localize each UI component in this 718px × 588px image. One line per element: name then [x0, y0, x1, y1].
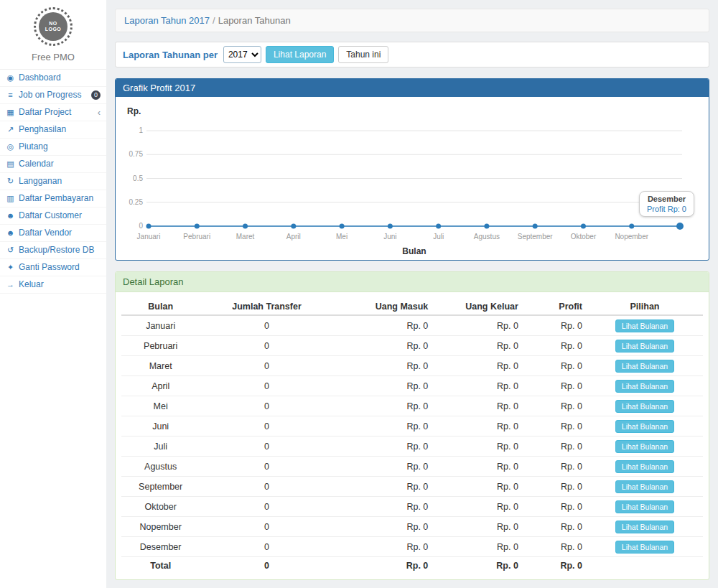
y-axis-title: Rp.: [127, 106, 141, 116]
sidebar-item-label: Keluar: [19, 280, 44, 289]
view-monthly-button[interactable]: Lihat Bulanan: [615, 360, 674, 373]
cell-profit: Rp. 0: [523, 477, 587, 497]
x-tick-label: Pebruari: [183, 233, 210, 241]
sidebar-item-piutang[interactable]: ◎Piutang: [0, 139, 106, 156]
view-monthly-button[interactable]: Lihat Bulanan: [615, 500, 674, 513]
data-point-juni[interactable]: [388, 224, 393, 229]
cell-uang_masuk: Rp. 0: [334, 376, 433, 396]
sidebar-item-backup-restore-db[interactable]: ↺Backup/Restore DB: [0, 242, 106, 259]
breadcrumb-current: Laporan Tahunan: [218, 15, 291, 26]
sidebar-item-daftar-pembayaran[interactable]: ▥Daftar Pembayaran: [0, 190, 106, 207]
report-filter-panel: Laporan Tahunan per 2017 Lihat Laporan T…: [115, 42, 709, 67]
view-report-button[interactable]: Lihat Laporan: [266, 46, 334, 63]
breadcrumb-separator: /: [213, 15, 215, 26]
total-cell: Total: [121, 557, 200, 574]
table-icon: ▦: [6, 108, 15, 117]
cell-jumlah_transfer: 0: [200, 437, 333, 457]
cell-uang_masuk: Rp. 0: [334, 537, 433, 557]
view-monthly-button[interactable]: Lihat Bulanan: [615, 460, 674, 473]
data-point-oktober[interactable]: [581, 224, 586, 229]
sidebar-item-daftar-vendor[interactable]: ☻Daftar Vendor: [0, 225, 106, 242]
tasks-icon: ≡: [6, 90, 15, 100]
cell-bulan: Desember: [121, 537, 200, 557]
view-monthly-button[interactable]: Lihat Bulanan: [615, 340, 674, 353]
sidebar-item-label: Ganti Password: [19, 263, 80, 272]
view-monthly-button[interactable]: Lihat Bulanan: [615, 420, 674, 433]
sidebar-item-dashboard[interactable]: ◉Dashboard: [0, 70, 106, 87]
logo-text-line1: NO: [49, 21, 57, 27]
sidebar-item-job-on-progress[interactable]: ≡Job on Progress0: [0, 87, 106, 104]
cell-uang_masuk: Rp. 0: [334, 497, 433, 517]
sidebar-item-label: Backup/Restore DB: [19, 246, 94, 255]
year-select[interactable]: 2017: [223, 46, 261, 63]
sidebar-item-keluar[interactable]: →Keluar: [0, 276, 106, 294]
cell-bulan: Maret: [121, 356, 200, 376]
chart-icon: ↗: [6, 125, 15, 134]
count-badge: 0: [91, 90, 101, 100]
data-point-juli[interactable]: [436, 224, 441, 229]
view-monthly-button[interactable]: Lihat Bulanan: [615, 480, 674, 493]
table-row: Pebruari0Rp. 0Rp. 0Rp. 0Lihat Bulanan: [121, 336, 703, 356]
cell-uang_masuk: Rp. 0: [334, 356, 433, 376]
sidebar: NO LOGO Free PMO ◉Dashboard≡Job on Progr…: [0, 0, 106, 588]
this-year-button[interactable]: Tahun ini: [338, 46, 388, 63]
cell-uang_keluar: Rp. 0: [432, 315, 523, 336]
cell-bulan: Agustus: [121, 457, 200, 477]
view-monthly-button[interactable]: Lihat Bulanan: [615, 400, 674, 413]
brand-block: NO LOGO Free PMO: [0, 0, 106, 70]
sidebar-item-daftar-project[interactable]: ▦Daftar Project‹: [0, 104, 106, 121]
vendors-icon: ☻: [6, 228, 15, 238]
detail-table-head-row: BulanJumlah TransferUang MasukUang Kelua…: [121, 298, 703, 315]
view-monthly-button[interactable]: Lihat Bulanan: [615, 380, 674, 393]
brand-name: Free PMO: [0, 52, 106, 62]
x-tick-label: Maret: [236, 233, 255, 241]
detail-panel-body: BulanJumlah TransferUang MasukUang Kelua…: [116, 292, 709, 579]
x-tick-label: Juli: [433, 233, 444, 241]
chevron-left-icon: ‹: [98, 108, 101, 117]
cell-profit: Rp. 0: [523, 437, 587, 457]
detail-report-panel: Detail Laporan BulanJumlah TransferUang …: [115, 271, 709, 580]
payments-icon: ▥: [6, 194, 15, 203]
data-point-desember[interactable]: [676, 223, 684, 230]
detail-panel-title: Detail Laporan: [116, 272, 709, 292]
view-monthly-button[interactable]: Lihat Bulanan: [615, 521, 674, 533]
column-header: Bulan: [121, 298, 200, 315]
cell-uang_keluar: Rp. 0: [432, 416, 523, 437]
data-point-september[interactable]: [533, 224, 538, 229]
backup-icon: ↺: [6, 246, 15, 255]
cell-uang_keluar: Rp. 0: [432, 336, 523, 356]
total-cell: Rp. 0: [523, 557, 587, 574]
view-monthly-button[interactable]: Lihat Bulanan: [615, 541, 674, 554]
cell-action: Lihat Bulanan: [587, 315, 703, 336]
data-point-april[interactable]: [291, 224, 296, 229]
data-point-nopember[interactable]: [629, 224, 634, 229]
cell-uang_keluar: Rp. 0: [432, 437, 523, 457]
sidebar-item-calendar[interactable]: ▤Calendar: [0, 156, 106, 173]
data-point-mei[interactable]: [340, 224, 345, 229]
view-monthly-button[interactable]: Lihat Bulanan: [615, 440, 674, 453]
tooltip-value: Profit Rp: 0: [647, 205, 686, 213]
detail-table-body: Januari0Rp. 0Rp. 0Rp. 0Lihat BulananPebr…: [121, 315, 703, 574]
sidebar-item-label: Daftar Project: [19, 108, 71, 117]
cell-bulan: Januari: [121, 315, 200, 336]
sidebar-item-penghasilan[interactable]: ↗Penghasilan: [0, 121, 106, 139]
table-row: Nopember0Rp. 0Rp. 0Rp. 0Lihat Bulanan: [121, 517, 703, 537]
cell-profit: Rp. 0: [523, 457, 587, 477]
total-cell: [587, 557, 703, 574]
x-tick-label: Agustus: [474, 233, 500, 241]
data-point-januari[interactable]: [146, 224, 151, 229]
data-point-agustus[interactable]: [484, 224, 489, 229]
sidebar-item-daftar-customer[interactable]: ☻Daftar Customer: [0, 207, 106, 225]
column-header: Profit: [523, 298, 587, 315]
view-monthly-button[interactable]: Lihat Bulanan: [615, 319, 674, 332]
receivable-icon: ◎: [6, 142, 15, 151]
data-point-pebruari[interactable]: [195, 224, 200, 229]
data-point-maret[interactable]: [243, 224, 248, 229]
sidebar-item-ganti-password[interactable]: ✦Ganti Password: [0, 259, 106, 276]
customers-icon: ☻: [6, 211, 15, 220]
calendar-icon: ▤: [6, 159, 15, 169]
table-row: Juli0Rp. 0Rp. 0Rp. 0Lihat Bulanan: [121, 437, 703, 457]
breadcrumb-link[interactable]: Laporan Tahun 2017: [124, 15, 210, 26]
cell-bulan: Mei: [121, 396, 200, 416]
sidebar-item-langganan[interactable]: ↻Langganan: [0, 173, 106, 190]
